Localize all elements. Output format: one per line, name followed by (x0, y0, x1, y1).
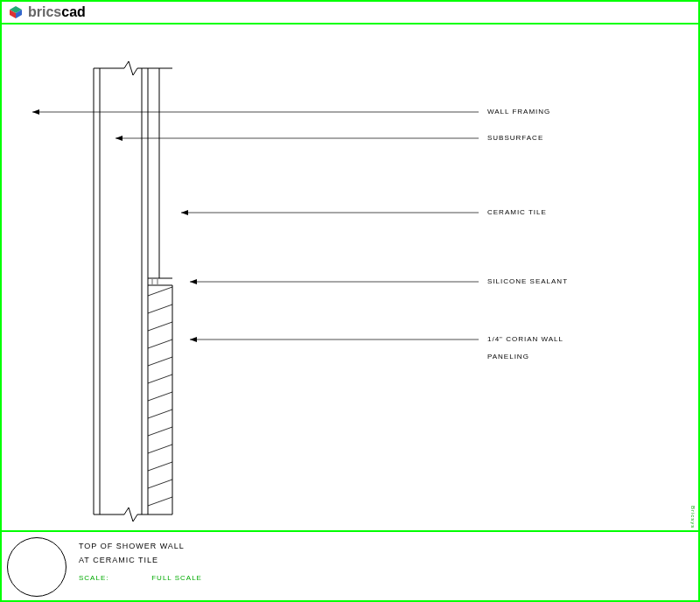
svg-line-19 (148, 392, 172, 401)
svg-line-23 (148, 462, 172, 471)
scale-value: FULL SCALE (151, 574, 202, 582)
detail-drawing (2, 24, 698, 532)
title-line-1: TOP OF SHOWER WALL (79, 539, 693, 553)
svg-line-13 (148, 287, 172, 296)
svg-line-20 (148, 410, 172, 418)
label-silicone-sealant: SILICONE SEALANT (487, 277, 568, 285)
title-block: TOP OF SHOWER WALL AT CERAMIC TILE SCALE… (2, 530, 698, 600)
scale-line: SCALE: FULL SCALE (79, 572, 693, 584)
label-corian-wall: 1/4" CORIAN WALL (487, 335, 564, 343)
title-text-group: TOP OF SHOWER WALL AT CERAMIC TILE SCALE… (79, 539, 693, 585)
label-wall-framing: WALL FRAMING (487, 108, 550, 116)
drawing-canvas: WALL FRAMING SUBSURFACE CERAMIC TILE SIL… (2, 24, 698, 530)
title-line-2: AT CERAMIC TILE (79, 553, 693, 567)
brand-prefix: brics (28, 4, 61, 19)
detail-marker-circle (7, 537, 66, 597)
label-paneling: PANELING (487, 353, 529, 360)
scale-label: SCALE: (79, 572, 149, 584)
svg-line-24 (148, 480, 172, 488)
bricscad-logo-icon (9, 5, 23, 19)
svg-marker-31 (181, 210, 188, 215)
svg-line-16 (148, 340, 172, 348)
svg-line-18 (148, 374, 172, 383)
svg-line-25 (148, 497, 172, 506)
brand-suffix: cad (61, 4, 86, 19)
svg-line-22 (148, 444, 172, 453)
header-bar: bricscad (2, 2, 698, 24)
brand-name: bricscad (28, 4, 86, 20)
svg-line-14 (148, 304, 172, 313)
svg-marker-33 (190, 279, 197, 284)
svg-line-21 (148, 427, 172, 436)
svg-marker-35 (190, 337, 197, 342)
app-frame: bricscad (0, 0, 700, 602)
svg-line-17 (148, 357, 172, 366)
side-credit: Bricsys (690, 506, 696, 528)
svg-line-15 (148, 322, 172, 331)
label-ceramic-tile: CERAMIC TILE (487, 208, 547, 216)
label-subsurface: SUBSURFACE (487, 134, 543, 142)
svg-marker-29 (116, 136, 122, 141)
svg-marker-27 (32, 109, 39, 115)
